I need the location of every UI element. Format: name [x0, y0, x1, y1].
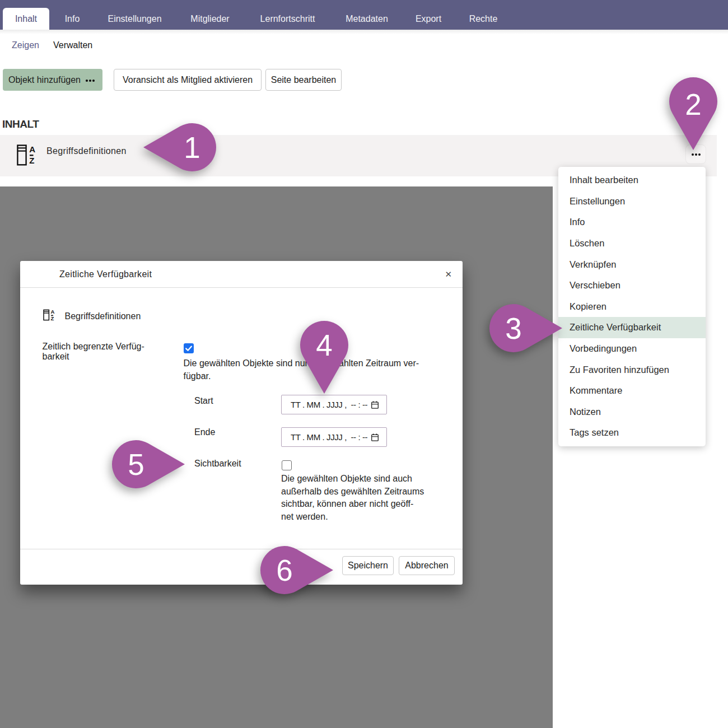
svg-text:A: A: [29, 144, 35, 154]
svg-text:3: 3: [505, 311, 521, 344]
svg-text:A: A: [51, 309, 55, 315]
svg-text:5: 5: [128, 447, 144, 480]
svg-text:Z: Z: [51, 315, 54, 321]
svg-text:2: 2: [685, 88, 701, 121]
svg-text:1: 1: [184, 130, 200, 164]
svg-text:4: 4: [316, 329, 332, 362]
svg-text:Z: Z: [29, 156, 34, 165]
svg-text:6: 6: [276, 554, 292, 587]
